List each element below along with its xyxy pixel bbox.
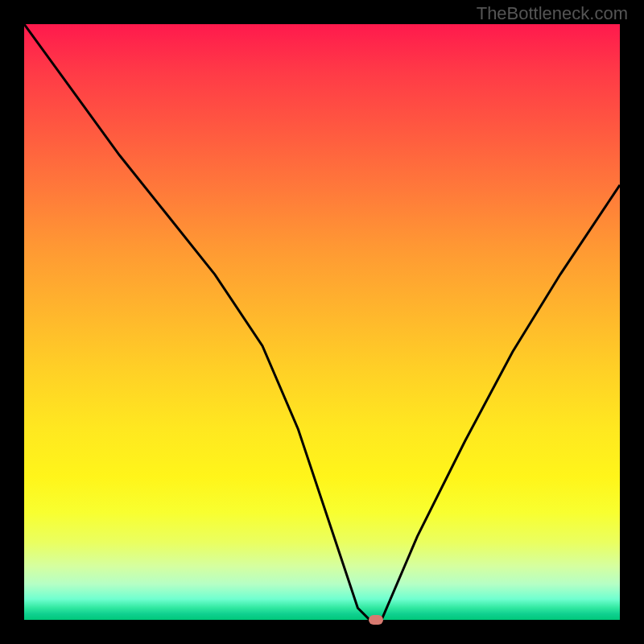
plot-area — [24, 24, 620, 620]
curve-line — [24, 24, 620, 620]
watermark-text: TheBottleneck.com — [477, 3, 628, 24]
chart-container: TheBottleneck.com — [0, 0, 644, 644]
optimal-point-marker — [369, 615, 383, 625]
bottleneck-curve — [24, 24, 620, 620]
